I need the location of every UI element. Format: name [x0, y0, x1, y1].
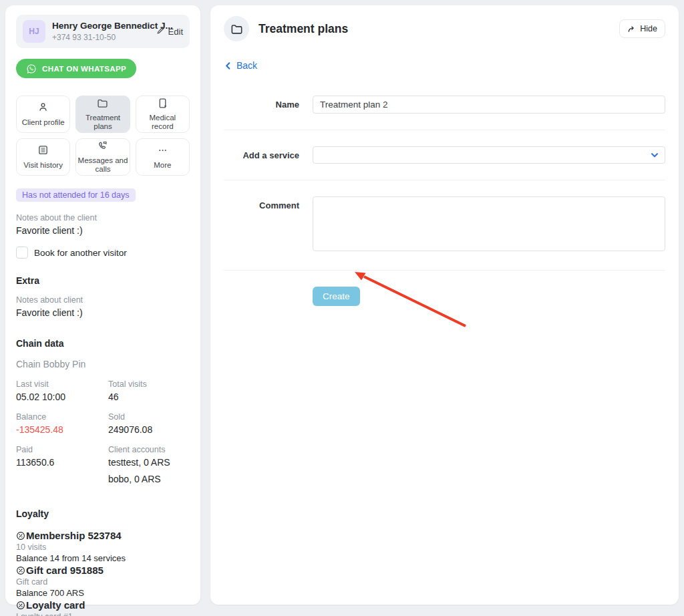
tab-label: More — [154, 161, 171, 170]
percent-icon — [16, 601, 26, 610]
loyalty-item-subtitle: 10 visits — [16, 543, 190, 552]
stat-label: Paid — [16, 445, 108, 454]
percent-icon — [16, 566, 26, 575]
client-sidebar: HJ Henry George Bennedict J... +374 93 3… — [5, 5, 200, 605]
visit-history-icon — [37, 144, 49, 158]
stat-client-accounts: Client accounts testtest, 0 ARS bobo, 0 … — [108, 445, 190, 484]
stat-label: Sold — [108, 412, 190, 422]
tab-visit-history[interactable]: Visit history — [16, 138, 70, 176]
page-title: Treatment plans — [259, 22, 348, 36]
loyalty-heading: Loyalty — [16, 508, 190, 519]
hide-button[interactable]: Hide — [619, 19, 665, 38]
book-for-another-visitor-checkbox-row[interactable]: Book for another visitor — [16, 247, 190, 259]
loyalty-item-title: Loyalty card — [26, 599, 85, 611]
stat-value: 113650.6 — [16, 457, 108, 468]
loyalty-list: Membership 523784 10 visits Balance 14 f… — [16, 530, 190, 616]
extra-heading: Extra — [16, 275, 190, 286]
notes-about-client-value: Favorite client :) — [16, 225, 190, 236]
chevron-down-icon — [650, 150, 659, 160]
tab-label: Medical record — [138, 114, 188, 131]
loyalty-item-title-row: Gift card 951885 — [16, 565, 190, 576]
treatment-plan-form: Name Add a service Comment — [224, 96, 665, 306]
divider — [224, 180, 665, 180]
tab-messages-and-calls[interactable]: Messages and calls — [75, 138, 130, 176]
tab-label: Messages and calls — [77, 156, 128, 174]
loyalty-item-subtitle: Loyalty card #1 — [16, 612, 190, 616]
comment-row: Comment — [224, 196, 665, 254]
stat-label: Total visits — [108, 379, 190, 389]
name-input[interactable] — [313, 96, 665, 114]
name-row: Name — [224, 96, 665, 114]
checkbox-label: Book for another visitor — [34, 248, 127, 258]
client-name: Henry George Bennedict J... — [52, 21, 156, 31]
client-tabs: Client profile Treatment plans Medical r… — [16, 96, 190, 176]
percent-icon — [16, 531, 26, 541]
stat-value: 46 — [108, 392, 190, 402]
loyalty-item-balance: Balance 700 ARS — [16, 588, 190, 598]
loyalty-item-loyalty-card: Loyalty card Loyalty card #1 Balance 0 A… — [16, 599, 190, 616]
stat-sold: Sold 249076.08 — [108, 412, 190, 435]
loyalty-item-title: Membership 523784 — [26, 530, 122, 541]
stat-value: bobo, 0 ARS — [108, 474, 190, 484]
hide-arrow-icon — [627, 25, 636, 33]
stat-value-negative: -135425.48 — [16, 424, 108, 435]
phone-message-icon — [97, 140, 108, 154]
medical-record-icon — [157, 98, 168, 111]
divider — [224, 270, 665, 271]
folder-icon — [230, 23, 243, 35]
extra-notes-label: Notes about client — [16, 295, 190, 305]
tab-label: Treatment plans — [77, 114, 128, 131]
loyalty-item-title-row: Membership 523784 — [16, 530, 190, 541]
loyalty-item-subtitle: Gift card — [16, 577, 190, 587]
edit-client-button[interactable]: Edit — [156, 26, 183, 37]
comment-label: Comment — [224, 196, 299, 210]
attendance-badge: Has not attended for 16 days — [16, 188, 136, 202]
stat-value: 249076.08 — [108, 424, 190, 435]
stat-total-visits: Total visits 46 — [108, 379, 190, 402]
client-phone: +374 93 31-10-50 — [52, 33, 156, 42]
treatment-plans-panel: Treatment plans Hide Back Name Add a ser… — [210, 5, 679, 605]
chain-stats: Last visit 05.02 10:00 Total visits 46 B… — [16, 379, 190, 484]
loyalty-item-gift-card: Gift card 951885 Gift card Balance 700 A… — [16, 565, 190, 598]
tab-client-profile[interactable]: Client profile — [16, 96, 70, 133]
stat-value: testtest, 0 ARS — [108, 457, 190, 468]
panel-header: Treatment plans Hide — [224, 16, 665, 41]
stat-last-visit: Last visit 05.02 10:00 — [16, 379, 108, 402]
tab-label: Visit history — [23, 161, 63, 170]
pencil-icon — [156, 26, 165, 37]
client-meta: Henry George Bennedict J... +374 93 31-1… — [52, 21, 156, 42]
more-icon — [157, 144, 168, 158]
folder-icon — [97, 98, 108, 111]
stat-label: Client accounts — [108, 445, 190, 454]
add-service-row: Add a service — [224, 146, 665, 164]
comment-textarea[interactable] — [313, 196, 665, 251]
loyalty-item-title: Gift card 951885 — [26, 565, 104, 576]
stat-label: Last visit — [16, 379, 108, 389]
hide-button-label: Hide — [640, 24, 657, 33]
loyalty-item-title-row: Loyalty card — [16, 599, 190, 611]
create-button[interactable]: Create — [313, 287, 360, 306]
tab-treatment-plans[interactable]: Treatment plans — [75, 96, 130, 133]
stat-balance: Balance -135425.48 — [16, 412, 108, 435]
chevron-left-icon — [224, 61, 232, 70]
stat-value: 05.02 10:00 — [16, 392, 108, 402]
stat-paid: Paid 113650.6 — [16, 445, 108, 484]
tab-more[interactable]: More — [136, 138, 190, 176]
add-service-select[interactable] — [313, 146, 665, 164]
divider — [224, 130, 665, 130]
stat-label: Balance — [16, 412, 108, 422]
add-service-label: Add a service — [224, 146, 299, 160]
loyalty-item-membership: Membership 523784 10 visits Balance 14 f… — [16, 530, 190, 563]
extra-notes-value: Favorite client :) — [16, 307, 190, 318]
whatsapp-icon — [26, 63, 37, 74]
notes-about-client-label: Notes about the client — [16, 213, 190, 222]
folder-icon-circle — [224, 16, 249, 41]
tab-medical-record[interactable]: Medical record — [136, 96, 190, 133]
tab-label: Client profile — [22, 118, 65, 127]
checkbox[interactable] — [16, 247, 28, 259]
back-link[interactable]: Back — [224, 60, 257, 71]
chain-data-heading: Chain data — [16, 338, 190, 349]
person-icon — [37, 102, 49, 115]
client-summary-chip: HJ Henry George Bennedict J... +374 93 3… — [16, 15, 190, 48]
chat-on-whatsapp-button[interactable]: CHAT ON WHATSAPP — [16, 59, 136, 78]
